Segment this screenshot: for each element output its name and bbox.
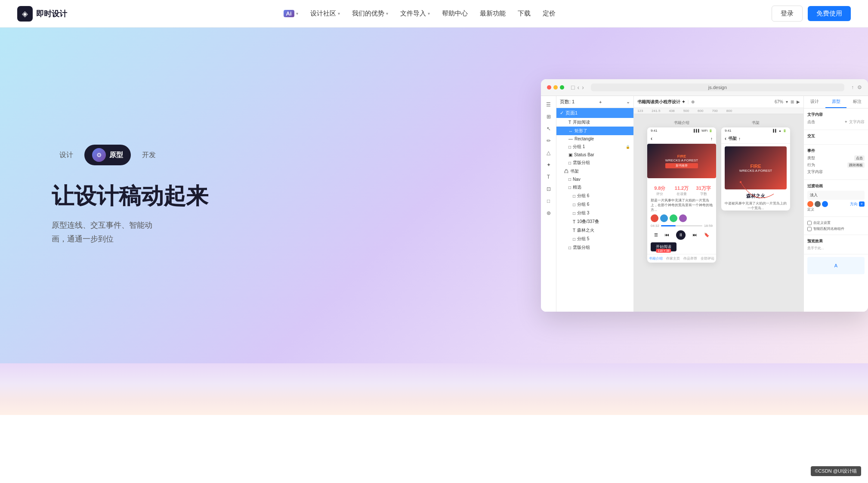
add-icon[interactable]: + (859, 201, 865, 207)
phone-content-1: 9.8分 评分 11.2万 在读量 31万字 (647, 181, 716, 254)
layer-item[interactable]: □ 分组 5 (556, 235, 633, 243)
nav-item-download[interactable]: 下载 (513, 6, 536, 21)
color-dot[interactable] (807, 201, 813, 207)
nav-square-icon: □ (571, 84, 575, 91)
layer-item[interactable]: □ 分组 6 (556, 200, 633, 209)
next-icon[interactable]: ⏭ (693, 232, 697, 237)
triangle-icon[interactable]: △ (544, 148, 554, 158)
layer-label: 分组 5 (577, 236, 589, 242)
lock-icon: 🔒 (626, 145, 630, 149)
animation-fade[interactable]: 淡入 (807, 191, 865, 200)
layer-item[interactable]: □ 分组 3 (556, 209, 633, 217)
tab-prototype[interactable]: 原型 (825, 96, 847, 108)
maximize-button[interactable] (560, 85, 564, 90)
page-item[interactable]: ✓ 页面1 (556, 108, 633, 118)
close-button[interactable] (547, 85, 551, 90)
layer-label: 开始阅读 (573, 119, 590, 125)
tab-reviews[interactable]: 全部评论 (701, 256, 714, 261)
nav-item-community[interactable]: 设计社区 ▾ (305, 6, 345, 21)
chevron-down-icon: ▾ (296, 11, 298, 16)
vector-icon[interactable]: ✦ (544, 160, 554, 170)
layer-item[interactable]: T 开始阅读 (556, 118, 633, 127)
preview-phone: A (807, 257, 865, 274)
nav-item-pricing[interactable]: 定价 (537, 6, 561, 21)
add-icon[interactable]: ⊕ (691, 99, 695, 104)
tab-design[interactable]: 设计 (52, 147, 81, 163)
tab-dev[interactable]: 开发 (134, 147, 164, 163)
grid-icon[interactable]: ⊞ (791, 99, 794, 104)
nav-item-advantages[interactable]: 我们的优势 ▾ (347, 6, 393, 21)
layer-item[interactable]: □ 雲版分组 (556, 158, 633, 167)
menu-icon[interactable]: ☰ (654, 232, 658, 237)
nav-item-ai[interactable]: Ai ▾ (278, 6, 303, 21)
tab-intro[interactable]: 书籍介绍 (649, 256, 663, 261)
layer-item-selected[interactable]: ↔ 矩形了 (556, 127, 633, 135)
pen-icon[interactable]: ✏ (544, 136, 554, 146)
custom-settings-label: 自定义设置 (813, 220, 831, 225)
color-dot[interactable] (822, 201, 828, 207)
layer-label: 分组 1 (573, 144, 585, 150)
tab-prototype[interactable]: ⚙ 原型 (84, 145, 131, 165)
image-icon[interactable]: ⊡ (544, 184, 554, 194)
cursor-icon[interactable]: ↖ (544, 124, 554, 134)
share-icon[interactable]: ↑ (738, 136, 741, 141)
zoom-dropdown-icon[interactable]: ▾ (786, 99, 788, 104)
layer-item[interactable]: T 森林之火 (556, 226, 633, 235)
layer-item[interactable]: □ Nav (556, 176, 633, 183)
minimize-button[interactable] (553, 85, 558, 90)
layer-item[interactable]: □ 分组 6 (556, 192, 633, 200)
text-icon[interactable]: T (544, 172, 554, 182)
layer-item[interactable]: ▣ Status Bar (556, 151, 633, 158)
layers-icon[interactable]: ⊞ (544, 111, 554, 122)
nav-item-help[interactable]: 帮助中心 (437, 6, 473, 21)
forward-icon[interactable]: › (582, 84, 584, 91)
nav-item-import[interactable]: 文件导入 ▾ (395, 6, 435, 21)
titlebar: □ ‹ › js.design ↑ ⚙ (541, 79, 868, 96)
tab-label: 开发 (142, 151, 156, 158)
layer-item[interactable]: □ 精选 (556, 183, 633, 192)
rect-icon[interactable]: □ (544, 196, 554, 206)
canvas[interactable]: 书籍阅读类小程序设计 ✦ | ⊕ 67% ▾ ⊞ ▶ 123241.543850… (634, 96, 803, 312)
layers-panel: 页数: 1 + ⌄ ✓ 页面1 T 开始阅读 ↔ 矩形 (556, 96, 634, 312)
custom-settings-checkbox[interactable] (807, 221, 812, 225)
tab-annotate[interactable]: 标注 (846, 96, 868, 108)
play-icon[interactable]: ▶ (797, 99, 800, 104)
back-icon[interactable]: ‹ (651, 136, 652, 142)
smart-match-checkbox[interactable] (807, 227, 812, 231)
avatar (670, 214, 677, 222)
brush-icon[interactable]: ⊛ (544, 208, 554, 218)
free-button[interactable]: 免费使用 (808, 6, 851, 21)
layer-item[interactable]: □ 雲版分组 (556, 243, 633, 252)
text-icon: T (573, 220, 575, 224)
share-icon[interactable]: ↑ (710, 136, 713, 141)
folder-icon: □ (573, 237, 575, 242)
logo[interactable]: ◈ 即时设计 (17, 6, 67, 22)
color-dot[interactable] (815, 201, 821, 207)
expand-icon[interactable]: ⌄ (626, 99, 630, 105)
preview-section: 预览效果 悬手于此... (804, 235, 868, 254)
play-button[interactable]: ⏸ (676, 230, 686, 240)
tab-author[interactable]: 作家主页 (666, 256, 680, 261)
layer-item[interactable]: T 10叠/337叠 (556, 217, 633, 226)
share-icon[interactable]: ↑ (851, 84, 854, 90)
back-icon[interactable]: ‹ (577, 84, 579, 91)
tab-works[interactable]: 作品举荐 (683, 256, 697, 261)
add-page-icon[interactable]: + (599, 99, 602, 105)
menu-icon[interactable]: ☰ (544, 99, 554, 110)
url-bar[interactable]: js.design (591, 84, 844, 91)
progress-section: 04:32 18:59 (651, 224, 713, 228)
back-icon[interactable]: ‹ (725, 136, 726, 142)
tab-label: 设计 (59, 151, 73, 158)
bookmark-icon[interactable]: 🔖 (704, 232, 709, 237)
prev-icon[interactable]: ⏮ (665, 232, 669, 237)
nav-item-features[interactable]: 最新功能 (475, 6, 511, 21)
nav-item-label: 定价 (543, 9, 556, 18)
reader-avatars (651, 214, 713, 222)
layer-item[interactable]: 凸 书架 (556, 167, 633, 176)
layer-item[interactable]: □ 分组 1 🔒 (556, 142, 633, 151)
login-button[interactable]: 登录 (772, 6, 803, 22)
tab-design[interactable]: 设计 (804, 96, 825, 108)
layer-item[interactable]: — Rectangle (556, 135, 633, 142)
brand-name: 即时设计 (36, 9, 67, 19)
settings-icon[interactable]: ⚙ (857, 84, 862, 90)
